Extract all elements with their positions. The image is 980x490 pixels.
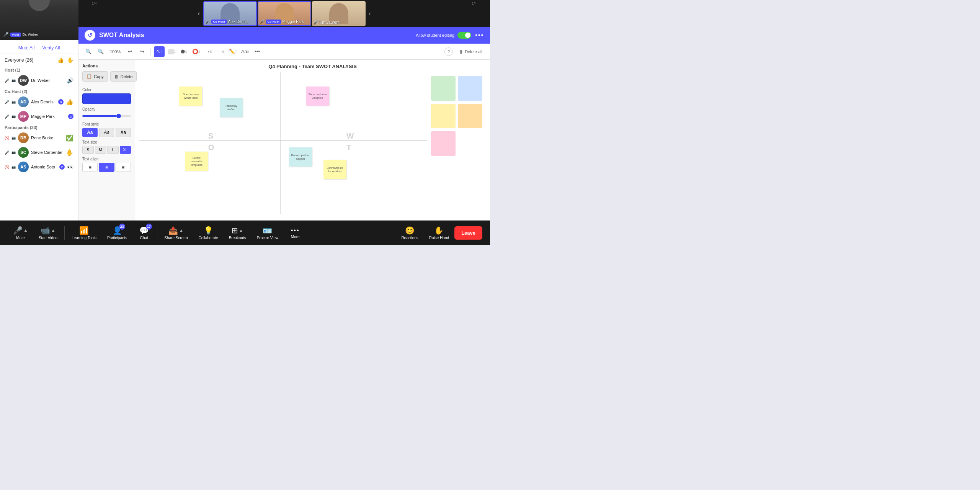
wb-more-button[interactable]: •••	[475, 32, 484, 39]
right-sticky-pink-1[interactable]	[431, 131, 456, 156]
chat-badge: 17	[146, 224, 152, 230]
next-button[interactable]: ›	[366, 10, 373, 18]
text-size-s[interactable]: S	[82, 146, 94, 154]
right-sticky-green-1[interactable]	[431, 76, 456, 101]
copy-button[interactable]: 📋 Copy	[82, 71, 108, 82]
delete-button[interactable]: 🗑 Delete	[110, 71, 137, 82]
cohost-section-header: Co-Host (2)	[0, 88, 78, 95]
more-icon: •••	[291, 227, 300, 234]
align-center[interactable]: ≡	[99, 163, 114, 172]
color-swatch[interactable]	[82, 93, 131, 104]
polygon-tool[interactable]: ⬟3	[178, 46, 189, 57]
rene-name: Rene Burke	[31, 136, 64, 140]
mute-button[interactable]: 🎤 ▲ Mute	[8, 226, 33, 240]
breakouts-chevron[interactable]: ▲	[239, 228, 243, 233]
share-screen-button[interactable]: 📤 ▲ Share Screen	[159, 226, 193, 240]
more-button[interactable]: ••• More	[284, 227, 307, 239]
thumbnail-alex[interactable]: 🎤 Co-Host Alex Dennis	[203, 1, 257, 26]
video-chevron[interactable]: ▲	[51, 228, 56, 233]
line-tool[interactable]: —6	[215, 46, 226, 57]
stevie-status: ✋	[66, 149, 74, 156]
copy-label: Copy	[94, 74, 104, 79]
leave-button[interactable]: Leave	[454, 226, 482, 240]
right-sticky-orange-1[interactable]	[458, 104, 482, 128]
sticky-partner-support[interactable]: Uneven partner support	[289, 147, 312, 167]
circle-tool[interactable]: ⭕4	[191, 46, 201, 57]
font-style-normal[interactable]: Aa	[82, 128, 98, 137]
drweber-avatar: DW	[18, 75, 29, 86]
participants-button[interactable]: 👤 23 Participants	[102, 226, 132, 240]
alex-status: 👍	[66, 98, 74, 106]
antonio-video: 📷	[11, 165, 16, 169]
undo-button[interactable]: ↩	[124, 46, 135, 57]
breakouts-button[interactable]: ⊞ ▲ Breakouts	[224, 226, 252, 240]
thumbnail-tim[interactable]: 🎤 Tim Laurent	[312, 1, 366, 26]
share-screen-label: Share Screen	[164, 236, 188, 240]
opacity-slider[interactable]	[82, 115, 131, 117]
sticky-customer-adoption[interactable]: Show customer Adoption	[306, 87, 329, 106]
prev-button[interactable]: ‹	[196, 10, 203, 18]
pen-tool[interactable]: ✏️7	[227, 46, 238, 57]
participant-row-alex[interactable]: 🎤 📷 AD Alex Dennis 3 👍	[0, 95, 78, 109]
font-style-italic[interactable]: Aa	[99, 128, 114, 137]
color-label: Color	[82, 88, 131, 92]
alex-role-badge: Co-Host	[211, 20, 227, 24]
collaborate-button[interactable]: 💡 Collaborate	[193, 226, 223, 240]
host-badge: Host	[10, 33, 21, 37]
reactions-button[interactable]: 😊 Reactions	[396, 226, 423, 240]
mute-all-button[interactable]: Mute All	[18, 45, 35, 51]
participant-row-drweber[interactable]: 🎤 📷 DW Dr. Weber 🔊	[0, 73, 78, 88]
zoom-out-button[interactable]: 🔍	[95, 46, 106, 57]
sticky-team-staffed[interactable]: Team fully staffed	[220, 98, 243, 117]
participant-row-rene[interactable]: 🚫 📷 RB Rene Burke ✅	[0, 131, 78, 145]
mute-chevron[interactable]: ▲	[23, 228, 28, 233]
arrow-tool[interactable]: →5	[203, 46, 214, 57]
start-video-button[interactable]: 📹 ▲ Start Video	[33, 226, 63, 240]
allow-editing-toggle[interactable]	[457, 32, 471, 39]
wb-toggle-area: Allow student editing	[416, 32, 471, 39]
main-content: ✕ Participants ⬡ Mute All Verify All Eve…	[0, 27, 490, 220]
reactions-icon: 😊	[405, 226, 415, 235]
participant-row-maggie[interactable]: 🎤 📷 MP Maggie Park 2	[0, 109, 78, 124]
whiteboard-title: SWOT Analysis	[99, 32, 412, 39]
maggie-video: 📷	[11, 114, 16, 118]
maggie-role-badge: Co-Host	[266, 20, 281, 24]
thumbnail-maggie[interactable]: 🎤 Co-Host Maggie Park	[258, 1, 311, 26]
participant-row-stevie[interactable]: 🎤 📷 SC Stevie Carpenter ✋	[0, 145, 78, 160]
right-sticky-yellow-1[interactable]	[431, 104, 456, 128]
redo-button[interactable]: ↪	[137, 46, 147, 57]
participant-row-antonio[interactable]: 🚫 📷 AS Antonio Soto 2 👀	[0, 160, 78, 174]
learning-label: Learning Tools	[72, 236, 96, 240]
text-size-m[interactable]: M	[95, 146, 106, 154]
swot-content[interactable]: Q4 Planning - Team SWOT ANALYSIS	[135, 60, 490, 220]
verify-all-button[interactable]: Verify All	[42, 45, 60, 51]
delete-all-button[interactable]: 🗑 Delete all	[456, 48, 485, 56]
sticky-reuseable-templates[interactable]: Create reuseable templates	[185, 152, 208, 171]
stevie-name: Stevie Carpenter	[31, 150, 64, 155]
text-tool[interactable]: Aa8	[240, 46, 250, 57]
text-size-l[interactable]: L	[107, 146, 119, 154]
shape-tool[interactable]: ⬜2	[166, 46, 177, 57]
rene-status: ✅	[66, 134, 74, 142]
sticky-good-comms[interactable]: Good comms within team	[179, 87, 202, 106]
chat-button[interactable]: 💬 17 Chat	[132, 226, 155, 240]
more-tools-button[interactable]: •••	[252, 46, 263, 57]
participants-section-header: Participants (23)	[0, 124, 78, 131]
right-sticky-blue-1[interactable]	[458, 76, 482, 101]
antonio-name: Antonio Soto	[31, 165, 57, 169]
text-size-xl[interactable]: XL	[120, 146, 131, 154]
select-tool[interactable]: ↖1	[154, 46, 165, 57]
learning-tools-button[interactable]: 📶 Learning Tools	[66, 226, 102, 240]
whiteboard-canvas[interactable]: Actions 📋 Copy 🗑 Delete Color	[78, 60, 490, 220]
search-button[interactable]: 🔍	[83, 46, 94, 57]
bottom-toolbar: 🎤 ▲ Mute 📹 ▲ Start Video 📶 Learning Tool…	[0, 220, 490, 245]
sticky-slow-ramp[interactable]: Slow ramp up for vendors	[323, 160, 346, 179]
font-style-mono[interactable]: Aa	[116, 128, 131, 137]
share-screen-chevron[interactable]: ▲	[179, 228, 183, 233]
proctor-view-button[interactable]: 🪪 Proctor View	[252, 226, 284, 240]
raise-hand-button[interactable]: ✋ Raise Hand	[424, 226, 454, 240]
align-right[interactable]: ≡	[116, 163, 131, 172]
align-left[interactable]: ≡	[82, 163, 98, 172]
maggie-avatar: MP	[18, 111, 29, 122]
help-button[interactable]: ?	[444, 47, 453, 56]
